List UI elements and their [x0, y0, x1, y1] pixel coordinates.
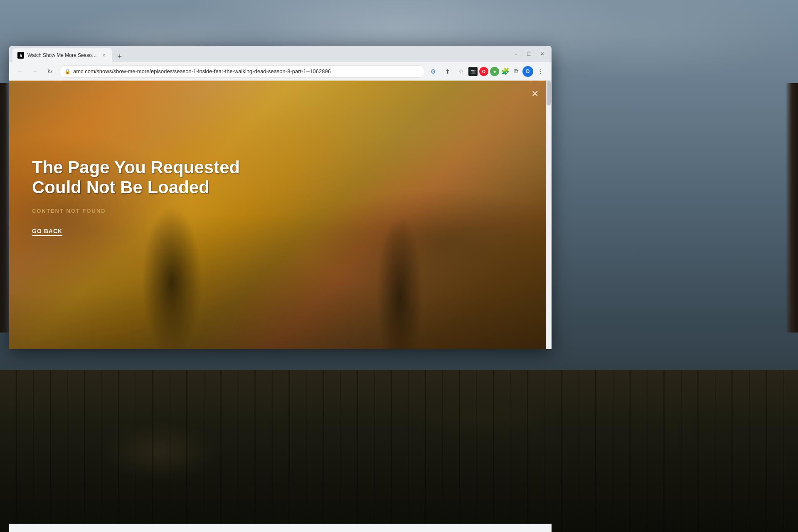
extension-split-icon[interactable]: ⧉ — [512, 67, 521, 76]
refresh-button[interactable]: ↻ — [44, 66, 56, 77]
browser-status-bar — [9, 524, 552, 532]
back-button[interactable]: ← — [14, 66, 26, 77]
maximize-button[interactable]: ❐ — [523, 48, 535, 60]
error-text-area: The Page You Requested Could Not Be Load… — [32, 158, 281, 236]
close-button[interactable]: ✕ — [537, 48, 548, 60]
lock-icon: 🔒 — [64, 69, 71, 74]
tab-favicon: a — [17, 52, 24, 59]
forward-button[interactable]: → — [29, 66, 41, 77]
minimize-button[interactable]: − — [510, 48, 522, 60]
desktop-bottom — [0, 370, 798, 532]
extension-camera-icon[interactable]: 📷 — [468, 67, 478, 76]
extension-opera-icon[interactable]: O — [479, 67, 488, 76]
window-controls: − ❐ ✕ — [510, 48, 548, 62]
page-close-button[interactable]: ✕ — [528, 87, 542, 101]
go-back-button[interactable]: GO BACK — [32, 228, 62, 236]
page-content: The Page You Requested Could Not Be Load… — [9, 81, 552, 349]
side-texture-right — [786, 83, 798, 332]
google-search-icon[interactable]: G — [429, 66, 440, 77]
svg-text:G: G — [431, 68, 436, 75]
share-icon[interactable]: ⬆ — [442, 66, 453, 77]
profile-icon[interactable]: D — [522, 66, 533, 77]
tab-close-button[interactable]: × — [101, 52, 107, 59]
url-text: amc.com/shows/show-me-more/episodes/seas… — [73, 68, 420, 74]
url-input[interactable]: 🔒 amc.com/shows/show-me-more/episodes/se… — [59, 65, 425, 78]
active-tab[interactable]: a Watch Show Me More Season 8... × — [12, 48, 112, 62]
scrollbar[interactable] — [546, 81, 552, 349]
extension-green-icon[interactable]: ● — [490, 67, 499, 76]
tab-title: Watch Show Me More Season 8... — [27, 52, 97, 58]
error-subtext: CONTENT NOT FOUND — [32, 208, 281, 214]
bookmark-icon[interactable]: ☆ — [455, 66, 467, 77]
browser-window: a Watch Show Me More Season 8... × + − ❐… — [9, 46, 552, 349]
error-heading: The Page You Requested Could Not Be Load… — [32, 158, 281, 198]
address-bar: ← → ↻ 🔒 amc.com/shows/show-me-more/episo… — [9, 62, 552, 81]
extension-puzzle-icon[interactable]: 🧩 — [501, 67, 510, 76]
chrome-menu-icon[interactable]: ⋮ — [535, 66, 547, 77]
toolbar-icons: G ⬆ ☆ 📷 O ● 🧩 ⧉ D ⋮ — [429, 66, 547, 77]
new-tab-button[interactable]: + — [114, 51, 126, 62]
plank-texture — [0, 370, 798, 532]
scrollbar-thumb[interactable] — [547, 81, 551, 106]
tab-bar: a Watch Show Me More Season 8... × + − ❐… — [9, 46, 552, 62]
